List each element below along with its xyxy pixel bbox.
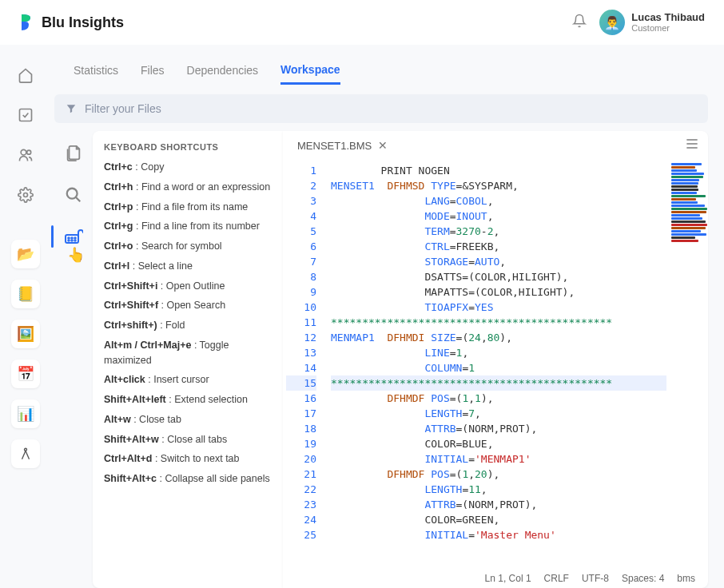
editor-tool-rail: 👆 <box>54 131 93 588</box>
shortcut-item: Ctrl+g : Find a line from its number <box>104 219 272 234</box>
shortcut-item: Alt+w : Close tab <box>104 412 272 427</box>
file-tab-label: MENSET1.BMS <box>297 140 372 152</box>
shortcut-item: Ctrl+o : Search for symbol <box>104 239 272 254</box>
checkbox-icon[interactable] <box>11 101 40 129</box>
svg-point-5 <box>67 189 78 199</box>
list-icon[interactable] <box>684 136 700 155</box>
svg-point-9 <box>74 237 76 239</box>
status-lang[interactable]: bms <box>677 573 695 584</box>
shortcuts-list: Ctrl+c : CopyCtrl+h : Find a word or an … <box>93 160 283 503</box>
user-role: Customer <box>631 23 705 34</box>
filter-bar[interactable]: Filter your Files <box>54 94 708 123</box>
top-right: 👨‍💼 Lucas Thibaud Customer <box>572 10 705 35</box>
gear-icon[interactable] <box>11 181 40 209</box>
svg-point-1 <box>21 149 26 155</box>
status-position[interactable]: Ln 1, Col 1 <box>485 573 531 584</box>
calendar-icon[interactable]: 📅 <box>11 360 40 388</box>
shortcut-item: Alt+click : Insert cursor <box>104 372 272 387</box>
svg-point-10 <box>68 240 70 241</box>
code-area[interactable]: 1234567891011121314151617181920212223242… <box>283 160 708 569</box>
status-bar: Ln 1, Col 1 CRLF UTF-8 Spaces: 4 bms <box>283 569 708 588</box>
svg-point-7 <box>68 237 70 239</box>
shortcut-item: Ctrl+p : Find a file from its name <box>104 200 272 215</box>
user-menu[interactable]: 👨‍💼 Lucas Thibaud Customer <box>599 10 705 35</box>
shortcut-item: Ctrl+l : Select a line <box>104 259 272 274</box>
folder-icon[interactable]: 📂 <box>11 240 40 268</box>
home-icon[interactable] <box>11 61 40 89</box>
cursor-icon: 👆 <box>67 246 85 264</box>
svg-point-12 <box>74 240 76 241</box>
status-eol[interactable]: CRLF <box>544 573 569 584</box>
close-icon[interactable]: ✕ <box>378 139 388 152</box>
shortcut-item: Ctrl+h : Find a word or an expression <box>104 180 272 195</box>
files-icon[interactable] <box>61 141 86 166</box>
shortcut-item: Shift+Alt+c : Collapse all side panels <box>104 471 272 487</box>
minimap[interactable] <box>670 160 708 569</box>
tab-dependencies[interactable]: Dependencies <box>187 58 259 83</box>
svg-point-2 <box>27 150 31 154</box>
shortcut-item: Shift+Alt+left : Extend selection <box>104 392 272 407</box>
logo-icon <box>19 13 35 32</box>
svg-point-3 <box>24 193 28 197</box>
image-icon[interactable]: 🖼️ <box>11 320 40 348</box>
shortcut-item: Ctrl+Shift+i : Open Outline <box>104 279 272 294</box>
filter-placeholder: Filter your Files <box>85 102 161 115</box>
status-spaces[interactable]: Spaces: 4 <box>622 573 664 584</box>
content: StatisticsFilesDependenciesWorkspace Fil… <box>51 45 724 588</box>
compass-icon[interactable] <box>11 439 40 468</box>
search-icon[interactable] <box>61 182 86 208</box>
tab-workspace[interactable]: Workspace <box>280 57 340 85</box>
user-name: Lucas Thibaud <box>631 11 705 24</box>
shortcuts-title: KEYBOARD SHORTCUTS <box>93 131 283 160</box>
status-encoding[interactable]: UTF-8 <box>582 573 609 584</box>
file-tabs: MENSET1.BMS ✕ <box>283 131 708 160</box>
shortcut-item: Shift+Alt+w : Close all tabs <box>104 432 272 447</box>
top-bar: Blu Insights 👨‍💼 Lucas Thibaud Customer <box>0 0 724 45</box>
line-gutter: 1234567891011121314151617181920212223242… <box>283 160 326 569</box>
svg-point-4 <box>25 448 27 451</box>
chart-icon[interactable]: 📊 <box>11 399 40 428</box>
brand-name: Blu Insights <box>42 14 124 31</box>
nav-tabs: StatisticsFilesDependenciesWorkspace <box>54 53 708 85</box>
svg-point-11 <box>71 240 73 241</box>
keyboard-shortcuts-icon[interactable]: 👆 <box>61 224 86 249</box>
shortcuts-panel: KEYBOARD SHORTCUTS Ctrl+c : CopyCtrl+h :… <box>93 131 283 588</box>
shortcut-item: Ctrl+c : Copy <box>104 160 272 175</box>
note-icon[interactable]: 📒 <box>11 280 40 308</box>
filter-icon <box>66 103 77 114</box>
avatar-icon: 👨‍💼 <box>599 10 625 35</box>
code-content[interactable]: PRINT NOGENMENSET1 DFHMSD TYPE=&SYSPARM,… <box>326 160 670 569</box>
file-tab[interactable]: MENSET1.BMS ✕ <box>291 134 394 157</box>
users-icon[interactable] <box>11 141 40 169</box>
left-rail: 📂 📒 🖼️ 📅 📊 <box>0 45 51 588</box>
bell-icon[interactable] <box>572 14 587 31</box>
shortcut-item: Alt+m / Ctrl+Maj+e : Toggle maximized <box>104 338 272 368</box>
shortcut-item: Ctrl+shift+) : Fold <box>104 318 272 333</box>
svg-point-8 <box>71 237 73 239</box>
tab-files[interactable]: Files <box>141 58 165 83</box>
logo[interactable]: Blu Insights <box>19 13 124 32</box>
shortcut-item: Ctrl+Shift+f : Open Search <box>104 298 272 313</box>
tab-statistics[interactable]: Statistics <box>74 58 118 83</box>
svg-rect-0 <box>20 109 32 121</box>
editor-panel: MENSET1.BMS ✕ 12345678910111213141516171… <box>283 131 708 588</box>
shortcut-item: Ctrl+Alt+d : Switch to next tab <box>104 451 272 467</box>
